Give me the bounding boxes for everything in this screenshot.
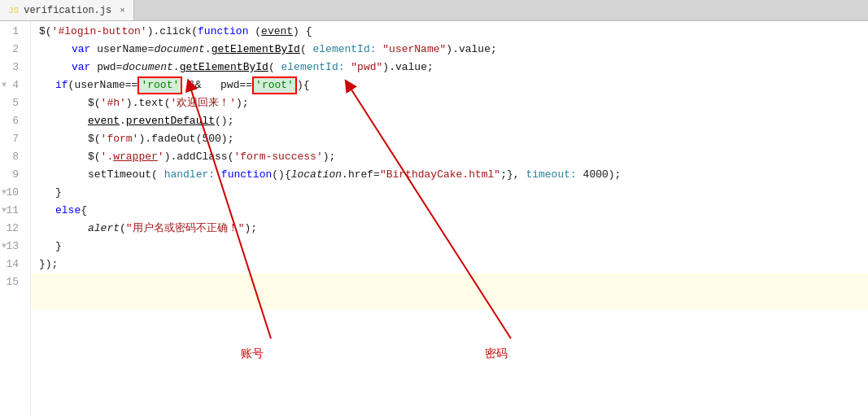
editor-area: 1 2 3 ▼4 5 6 7 8 9 ▼10 ▼11 12 ▼13 14 15 … bbox=[0, 21, 868, 415]
code-area: $('#login-button').click(function (event… bbox=[31, 21, 868, 415]
line-numbers: 1 2 3 ▼4 5 6 7 8 9 ▼10 ▼11 12 ▼13 14 15 bbox=[0, 21, 31, 415]
code-line-3: var pwd=document.getElementById( element… bbox=[31, 59, 868, 76]
line-num-2: 2 bbox=[0, 41, 24, 59]
line-num-1: 1 bbox=[0, 23, 24, 41]
line-num-9: 9 bbox=[0, 166, 24, 184]
line-num-14: 14 bbox=[0, 256, 24, 273]
code-line-5: $('#h').text('欢迎回来！'); bbox=[31, 94, 868, 112]
line-num-13: ▼13 bbox=[0, 238, 24, 256]
code-line-14: }); bbox=[31, 256, 868, 273]
tab-filename: verification.js bbox=[24, 5, 111, 16]
code-line-1: $('#login-button').click(function (event… bbox=[31, 23, 868, 41]
code-line-7: $('form').fadeOut(500); bbox=[31, 130, 868, 148]
line-num-5: 5 bbox=[0, 94, 24, 112]
line-num-6: 6 bbox=[0, 112, 24, 130]
code-line-2: var userName=document.getElementById( el… bbox=[31, 41, 868, 59]
code-line-11: else{ bbox=[31, 202, 868, 220]
account-label: 账号 bbox=[241, 347, 264, 361]
code-line-10: } bbox=[31, 184, 868, 202]
tab-close-button[interactable]: × bbox=[120, 6, 125, 15]
js-file-icon: JS bbox=[8, 6, 19, 15]
line-num-15: 15 bbox=[0, 273, 24, 291]
line-num-10: ▼10 bbox=[0, 184, 24, 202]
code-line-8: $('.wrapper').addClass('form-success'); bbox=[31, 148, 868, 166]
code-line-12: alert("用户名或密码不正确！"); bbox=[31, 220, 868, 238]
line-num-3: 3 bbox=[0, 59, 24, 76]
code-line-4: if(userName=='root' && pwd=='root'){ bbox=[31, 76, 868, 94]
line-num-12: 12 bbox=[0, 220, 24, 238]
code-line-15 bbox=[31, 273, 868, 309]
tab-bar: JS verification.js × bbox=[0, 0, 868, 21]
line-num-7: 7 bbox=[0, 130, 24, 148]
code-line-6: event.preventDefault(); bbox=[31, 112, 868, 130]
line-num-4: ▼4 bbox=[0, 76, 24, 94]
password-label: 密码 bbox=[485, 347, 508, 361]
line-num-8: 8 bbox=[0, 148, 24, 166]
code-line-13: } bbox=[31, 238, 868, 256]
code-line-9: setTimeout( handler: function(){location… bbox=[31, 166, 868, 184]
line-num-11: ▼11 bbox=[0, 202, 24, 220]
tab-verification-js[interactable]: JS verification.js × bbox=[0, 0, 134, 20]
